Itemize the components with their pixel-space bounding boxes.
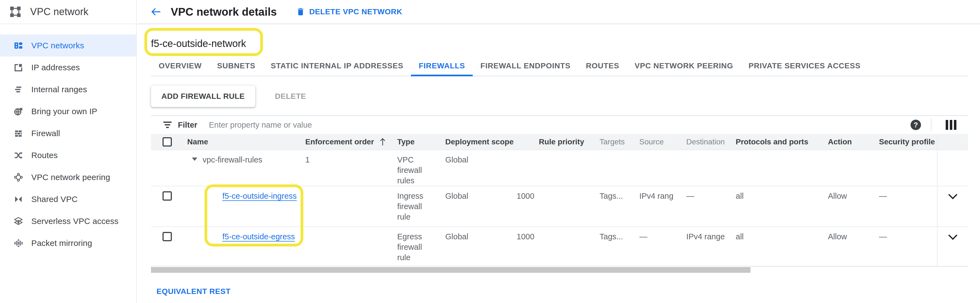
sidebar-item-shared-vpc[interactable]: Shared VPC	[0, 188, 136, 210]
help-icon[interactable]: ?	[910, 120, 921, 130]
tab-subnets[interactable]: SUBNETS	[210, 56, 263, 76]
sort-ascending-icon	[379, 138, 386, 146]
horizontal-scrollbar[interactable]	[151, 267, 751, 273]
back-arrow-icon[interactable]	[150, 6, 162, 18]
cell-targets: Tags...	[591, 186, 640, 227]
sidebar-item-vpc-networks[interactable]: VPC networks	[0, 35, 136, 57]
cell-enforcement-order	[305, 227, 397, 266]
tab-overview[interactable]: OVERVIEW	[151, 56, 210, 76]
sidebar-item-internal-ranges[interactable]: Internal ranges	[0, 78, 136, 100]
column-header-security-profile-groups[interactable]: Security profile groups	[879, 134, 937, 150]
actions-row: ADD FIREWALL RULE DELETE	[151, 86, 306, 107]
expand-row-chevron-icon[interactable]	[948, 192, 958, 201]
packet-mirroring-icon	[13, 238, 24, 248]
sidebar-item-packet-mirroring[interactable]: Packet mirroring	[0, 232, 136, 254]
cell-deployment-scope: Global	[445, 227, 517, 266]
tab-vpc-network-peering[interactable]: VPC NETWORK PEERING	[627, 56, 741, 76]
sidebar-item-label: VPC networks	[31, 41, 84, 50]
sidebar-item-label: Routes	[31, 151, 58, 160]
cell-destination: —	[686, 186, 736, 227]
filter-input[interactable]	[209, 121, 910, 130]
group-name: vpc-firewall-rules	[203, 154, 262, 165]
vpc-network-logo-icon	[10, 6, 21, 18]
delete-vpc-network-label: DELETE VPC NETWORK	[309, 7, 402, 16]
column-header-rule-priority[interactable]: Rule priority	[517, 134, 591, 150]
tab-firewall-endpoints[interactable]: FIREWALL ENDPOINTS	[473, 56, 578, 76]
vpc-network-peering-icon	[13, 172, 24, 182]
select-all-checkbox[interactable]	[162, 137, 172, 147]
column-header-source[interactable]: Source	[640, 134, 686, 150]
sidebar-item-label: IP addresses	[31, 63, 80, 72]
firewall-rule-link-egress[interactable]: f5-ce-outside-egress	[222, 232, 295, 242]
cell-type: Egress firewall rule	[397, 227, 445, 266]
page-header: VPC network details DELETE VPC NETWORK	[137, 0, 980, 24]
column-header-action[interactable]: Action	[828, 134, 879, 150]
sidebar-item-vpc-network-peering[interactable]: VPC network peering	[0, 166, 136, 188]
column-header-enforcement-order[interactable]: Enforcement order	[305, 134, 397, 150]
table-row-f5-ce-outside-egress: f5-ce-outside-egress Egress firewall rul…	[151, 227, 968, 266]
cell-protocols-and-ports: all	[736, 186, 828, 227]
cell-action: Allow	[828, 186, 879, 227]
filter-label: Filter	[178, 121, 197, 130]
tab-private-services-access[interactable]: PRIVATE SERVICES ACCESS	[741, 56, 868, 76]
filter-icon	[163, 121, 172, 128]
cell-security-profile-groups: —	[879, 227, 937, 266]
bring-your-own-ip-icon	[13, 106, 24, 117]
sidebar-item-routes[interactable]: Routes	[0, 144, 136, 166]
cell-enforcement-order	[305, 186, 397, 227]
delete-rule-button[interactable]: DELETE	[275, 92, 306, 101]
column-header-name[interactable]: Name	[187, 134, 305, 150]
column-display-options-icon[interactable]	[946, 120, 956, 130]
main-content: VPC network details DELETE VPC NETWORK f…	[137, 0, 980, 303]
cell-source: —	[640, 227, 686, 266]
sidebar-item-label: Serverless VPC access	[31, 217, 119, 226]
cell-destination: IPv4 range	[686, 227, 736, 266]
sidebar: VPC network VPC networks IP addresses	[0, 0, 137, 303]
collapse-expander-icon[interactable]	[192, 157, 198, 161]
add-firewall-rule-button[interactable]: ADD FIREWALL RULE	[151, 86, 255, 107]
cell-enforcement-order: 1	[305, 150, 397, 186]
cell-deployment-scope: Global	[445, 150, 517, 186]
cell-protocols-and-ports: all	[736, 227, 828, 266]
ip-addresses-icon	[13, 62, 24, 73]
column-header-targets[interactable]: Targets	[591, 134, 640, 150]
sidebar-item-serverless-vpc-access[interactable]: Serverless VPC access	[0, 210, 136, 232]
column-header-destination[interactable]: Destination	[686, 134, 736, 150]
cell-type: Ingress firewall rule	[397, 186, 445, 227]
cell-deployment-scope: Global	[445, 186, 517, 227]
cell-security-profile-groups: —	[879, 186, 937, 227]
column-header-protocols-and-ports[interactable]: Protocols and ports	[736, 134, 828, 150]
column-header-type[interactable]: Type	[397, 134, 445, 150]
product-title: VPC network	[30, 6, 88, 17]
expand-row-chevron-icon[interactable]	[948, 233, 958, 241]
row-checkbox[interactable]	[162, 232, 172, 241]
trash-icon	[296, 7, 305, 16]
firewall-icon	[13, 128, 24, 139]
filter-toolbar: Filter ?	[151, 115, 968, 134]
row-checkbox[interactable]	[162, 191, 172, 201]
sidebar-item-firewall[interactable]: Firewall	[0, 122, 136, 144]
sidebar-item-label: Bring your own IP	[31, 107, 97, 116]
cell-type: VPC firewall rules	[397, 150, 445, 186]
tab-routes[interactable]: ROUTES	[578, 56, 627, 76]
table-header-row: Name Enforcement order Type Deployment s…	[151, 134, 968, 150]
vpc-networks-icon	[13, 40, 24, 51]
cell-source: IPv4 rang	[640, 186, 686, 227]
sidebar-item-label: Shared VPC	[31, 195, 78, 204]
table-row-f5-ce-outside-ingress: f5-ce-outside-ingress Ingress firewall r…	[151, 186, 968, 227]
sidebar-header: VPC network	[0, 0, 136, 24]
cell-action: Allow	[828, 227, 879, 266]
tab-static-internal-ip-addresses[interactable]: STATIC INTERNAL IP ADDRESSES	[263, 56, 411, 76]
sidebar-item-ip-addresses[interactable]: IP addresses	[0, 57, 136, 78]
firewall-rule-link-ingress[interactable]: f5-ce-outside-ingress	[222, 191, 297, 201]
sidebar-nav: VPC networks IP addresses Internal range…	[0, 24, 136, 254]
table-row-group-vpc-firewall-rules: vpc-firewall-rules 1 VPC firewall rules …	[151, 150, 968, 186]
toolbar-divider	[931, 119, 931, 131]
tab-firewalls[interactable]: FIREWALLS	[411, 56, 473, 76]
column-header-deployment-scope[interactable]: Deployment scope	[445, 134, 517, 150]
sidebar-item-bring-your-own-ip[interactable]: Bring your own IP	[0, 100, 136, 122]
page-title: VPC network details	[171, 6, 277, 18]
delete-vpc-network-button[interactable]: DELETE VPC NETWORK	[296, 7, 402, 16]
equivalent-rest-link[interactable]: EQUIVALENT REST	[156, 287, 231, 296]
sidebar-item-label: Firewall	[31, 129, 60, 138]
